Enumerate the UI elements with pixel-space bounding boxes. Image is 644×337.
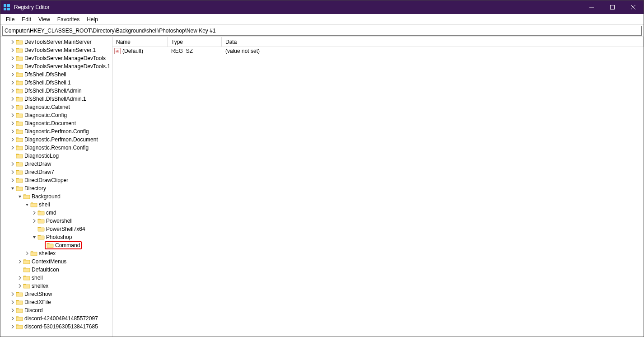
chevron-down-icon[interactable] bbox=[24, 202, 30, 207]
tree-node[interactable]: Diagnostic.Config bbox=[0, 111, 112, 119]
tree-node[interactable]: Background bbox=[0, 192, 112, 201]
chevron-right-icon[interactable] bbox=[31, 211, 37, 215]
chevron-right-icon[interactable] bbox=[9, 64, 16, 69]
menu-view[interactable]: View bbox=[35, 15, 54, 24]
tree-node-label: Directory bbox=[24, 185, 46, 192]
tree-node-label: DiagnosticLog bbox=[24, 153, 59, 159]
chevron-right-icon[interactable] bbox=[9, 129, 16, 134]
tree-node[interactable]: Command bbox=[0, 241, 112, 249]
folder-icon bbox=[37, 226, 45, 232]
tree-node[interactable]: Diagnostic.Cabinet bbox=[0, 103, 112, 111]
minimize-button[interactable] bbox=[581, 0, 602, 14]
folder-icon bbox=[23, 193, 30, 200]
chevron-right-icon[interactable] bbox=[9, 145, 16, 150]
chevron-right-icon[interactable] bbox=[9, 324, 16, 329]
tree-node[interactable]: DevToolsServer.ManageDevTools bbox=[0, 54, 112, 62]
chevron-right-icon[interactable] bbox=[9, 178, 16, 183]
tree-panel[interactable]: DevToolsServer.MainServerDevToolsServer.… bbox=[0, 37, 112, 337]
folder-icon bbox=[30, 250, 37, 257]
tree-node[interactable]: Photoshop bbox=[0, 233, 112, 241]
tree-node[interactable]: Diagnostic.Resmon.Config bbox=[0, 144, 112, 152]
folder-icon bbox=[23, 267, 30, 273]
chevron-right-icon[interactable] bbox=[9, 308, 16, 313]
chevron-down-icon[interactable] bbox=[17, 194, 23, 199]
maximize-button[interactable] bbox=[602, 0, 623, 14]
chevron-right-icon[interactable] bbox=[9, 121, 16, 126]
menu-help[interactable]: Help bbox=[83, 15, 102, 24]
tree-node[interactable]: DirectDrawClipper bbox=[0, 176, 112, 184]
tree-node[interactable]: DevToolsServer.MainServer bbox=[0, 38, 112, 46]
chevron-right-icon[interactable] bbox=[9, 300, 16, 305]
chevron-right-icon[interactable] bbox=[31, 219, 37, 224]
folder-icon bbox=[37, 210, 45, 216]
tree-node[interactable]: DirectXFile bbox=[0, 298, 112, 306]
chevron-right-icon[interactable] bbox=[17, 276, 23, 281]
chevron-right-icon[interactable] bbox=[9, 105, 16, 110]
tree-node[interactable]: shellex bbox=[0, 249, 112, 257]
chevron-right-icon[interactable] bbox=[9, 48, 16, 53]
tree-node-label: shell bbox=[39, 201, 50, 208]
tree-node[interactable]: cmd bbox=[0, 209, 112, 217]
tree-node[interactable]: DiagnosticLog bbox=[0, 152, 112, 160]
value-row[interactable]: ab(Default)REG_SZ(value not set) bbox=[112, 47, 644, 55]
tree-node[interactable]: shell bbox=[0, 201, 112, 209]
header-data[interactable]: Data bbox=[222, 37, 644, 47]
header-type[interactable]: Type bbox=[168, 37, 222, 47]
tree-node[interactable]: DefaultIcon bbox=[0, 266, 112, 274]
tree-node[interactable]: Diagnostic.Perfmon.Config bbox=[0, 127, 112, 136]
tree-node-label: DevToolsServer.ManageDevTools bbox=[24, 55, 106, 61]
chevron-down-icon[interactable] bbox=[9, 186, 16, 191]
tree-node-label: Diagnostic.Config bbox=[24, 112, 67, 118]
tree-node[interactable]: DfsShell.DfsShell bbox=[0, 70, 112, 79]
chevron-right-icon[interactable] bbox=[9, 162, 16, 167]
header-name[interactable]: Name bbox=[112, 37, 168, 47]
chevron-right-icon[interactable] bbox=[9, 72, 16, 77]
chevron-right-icon[interactable] bbox=[9, 316, 16, 321]
tree-node[interactable]: Powershell bbox=[0, 217, 112, 225]
folder-icon bbox=[16, 169, 23, 175]
chevron-right-icon[interactable] bbox=[9, 292, 16, 297]
chevron-right-icon[interactable] bbox=[9, 80, 16, 85]
tree-node[interactable]: DfsShell.DfsShellAdmin bbox=[0, 87, 112, 95]
chevron-right-icon[interactable] bbox=[9, 113, 16, 118]
tree-node[interactable]: DirectDraw7 bbox=[0, 168, 112, 176]
tree-node[interactable]: shell bbox=[0, 274, 112, 282]
tree-node[interactable]: DfsShell.DfsShell.1 bbox=[0, 79, 112, 87]
value-type: REG_SZ bbox=[168, 48, 222, 54]
chevron-right-icon[interactable] bbox=[9, 97, 16, 102]
svg-rect-2 bbox=[4, 8, 6, 10]
tree-node[interactable]: PowerShell7x64 bbox=[0, 225, 112, 233]
folder-icon bbox=[23, 258, 30, 265]
tree-node[interactable]: discord-424004941485572097 bbox=[0, 314, 112, 323]
chevron-right-icon[interactable] bbox=[9, 89, 16, 94]
tree-node-label: Command bbox=[55, 242, 80, 248]
tree-node[interactable]: shellex bbox=[0, 282, 112, 290]
titlebar[interactable]: Registry Editor bbox=[0, 0, 644, 14]
chevron-right-icon[interactable] bbox=[9, 170, 16, 175]
close-button[interactable] bbox=[623, 0, 644, 14]
tree-node[interactable]: Discord bbox=[0, 306, 112, 314]
tree-node[interactable]: DirectShow bbox=[0, 290, 112, 298]
tree-node[interactable]: Diagnostic.Document bbox=[0, 119, 112, 127]
chevron-right-icon[interactable] bbox=[24, 251, 30, 256]
tree-node[interactable]: ContextMenus bbox=[0, 257, 112, 266]
tree-node[interactable]: DevToolsServer.ManageDevTools.1 bbox=[0, 62, 112, 70]
menu-file[interactable]: File bbox=[2, 15, 18, 24]
chevron-right-icon[interactable] bbox=[17, 284, 23, 289]
tree-node-label: shell bbox=[32, 275, 43, 281]
chevron-right-icon[interactable] bbox=[17, 259, 23, 264]
tree-node[interactable]: DfsShell.DfsShellAdmin.1 bbox=[0, 95, 112, 103]
chevron-down-icon[interactable] bbox=[31, 235, 37, 240]
menu-edit[interactable]: Edit bbox=[18, 15, 35, 24]
chevron-right-icon[interactable] bbox=[9, 56, 16, 61]
tree-node[interactable]: Directory bbox=[0, 184, 112, 192]
chevron-right-icon[interactable] bbox=[9, 137, 16, 142]
tree-node[interactable]: DevToolsServer.MainServer.1 bbox=[0, 46, 112, 54]
address-bar[interactable]: Computer\HKEY_CLASSES_ROOT\Directory\Bac… bbox=[2, 26, 642, 36]
menu-favorites[interactable]: Favorites bbox=[54, 15, 83, 24]
chevron-right-icon[interactable] bbox=[9, 40, 16, 45]
tree-node[interactable]: Diagnostic.Perfmon.Document bbox=[0, 136, 112, 144]
tree-node[interactable]: discord-530196305138417685 bbox=[0, 323, 112, 331]
tree-node[interactable]: DirectDraw bbox=[0, 160, 112, 168]
tree-node-label: shellex bbox=[39, 250, 56, 257]
